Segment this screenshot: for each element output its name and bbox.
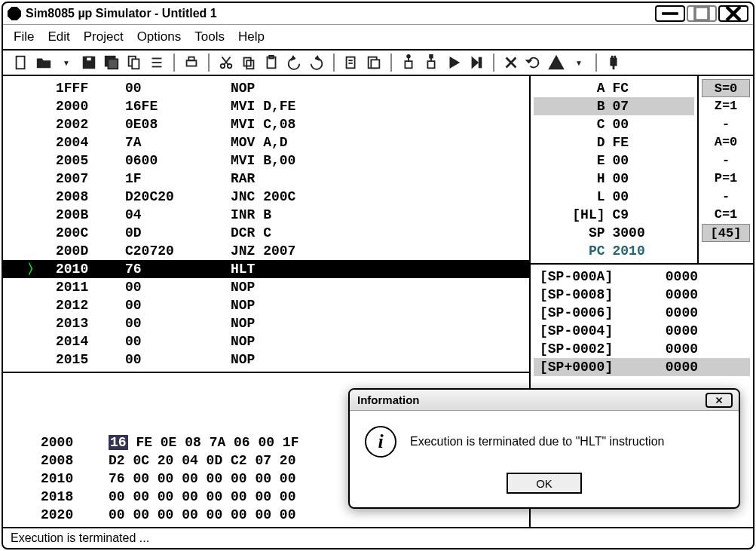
flag-cell: S=0 — [702, 79, 750, 97]
code-row[interactable]: 20050600MVI B,00 — [3, 152, 529, 170]
flag-cell: C=1 — [702, 206, 750, 224]
register-row-d[interactable]: DFE — [534, 133, 694, 152]
code-row[interactable]: 200C0DDCR C — [3, 224, 529, 242]
doc1-icon[interactable] — [342, 54, 360, 72]
paste-icon[interactable] — [262, 54, 280, 72]
stack-row[interactable]: [SP-000A]0000 — [534, 268, 750, 286]
svg-rect-36 — [611, 59, 616, 66]
register-row-l[interactable]: L00 — [534, 188, 694, 206]
stack-row[interactable]: [SP-0004]0000 — [534, 322, 750, 340]
register-row-b[interactable]: B07 — [534, 97, 694, 115]
code-row[interactable]: 2008D20C20JNC 200C — [3, 188, 529, 206]
registers-pane[interactable]: AFCB07C00DFEE00H00L00[HL]C9SP3000PC2010 — [531, 76, 699, 263]
code-row[interactable]: 200B04INR B — [3, 206, 529, 224]
refresh-icon[interactable] — [525, 54, 543, 72]
save-all-icon[interactable] — [103, 54, 121, 72]
register-row-sp[interactable]: SP3000 — [534, 224, 694, 242]
menu-file[interactable]: File — [14, 29, 34, 44]
doc2-icon[interactable] — [365, 54, 383, 72]
stack-row[interactable]: [SP-0002]0000 — [534, 340, 750, 358]
code-row[interactable]: 〉201076HLT — [3, 260, 529, 278]
flags-pane[interactable]: S=0Z=1-A=0-P=1-C=1[45] — [699, 76, 753, 263]
toolbar-separator — [390, 54, 392, 72]
register-row-e[interactable]: E00 — [534, 152, 694, 170]
open-file-icon[interactable] — [35, 54, 53, 72]
flag-cell: - — [702, 188, 750, 206]
code-row[interactable]: 201500NOP — [3, 350, 529, 369]
copy-icon[interactable] — [240, 54, 258, 72]
svg-rect-28 — [371, 60, 379, 68]
menubar: FileEditProjectOptionsToolsHelp — [3, 24, 753, 49]
svg-rect-15 — [188, 57, 194, 61]
step-icon[interactable] — [467, 54, 485, 72]
code-row[interactable]: 20020E08MVI C,08 — [3, 115, 529, 133]
cut-icon[interactable] — [217, 54, 235, 72]
svg-rect-8 — [108, 59, 118, 69]
new-file-icon[interactable] — [12, 54, 30, 72]
toolbar-separator — [333, 54, 335, 72]
menu-options[interactable]: Options — [137, 29, 182, 44]
menu-help[interactable]: Help — [238, 29, 265, 44]
code-row[interactable]: 20047AMOV A,D — [3, 133, 529, 152]
minimize-button[interactable] — [655, 5, 685, 22]
menu-edit[interactable]: Edit — [47, 29, 69, 44]
assemble-icon[interactable] — [399, 54, 418, 72]
register-row-c[interactable]: C00 — [534, 115, 694, 133]
run-to-icon[interactable] — [422, 54, 440, 72]
play-icon[interactable] — [445, 54, 463, 72]
code-row[interactable]: 20071FRAR — [3, 170, 529, 188]
register-row-a[interactable]: AFC — [534, 79, 694, 97]
titlebar: Sim8085 µp Simulator - Untitled 1 — [3, 3, 753, 24]
redo-icon[interactable] — [308, 54, 326, 72]
toolbar: ▼▼ — [3, 49, 753, 76]
flag-cell: Z=1 — [702, 97, 750, 115]
dropdown2-icon[interactable]: ▼ — [570, 54, 588, 72]
register-row-h[interactable]: H00 — [534, 170, 694, 188]
disassembly-pane[interactable]: 1FFF00NOP200016FEMVI D,FE20020E08MVI C,0… — [3, 76, 529, 372]
dialog-close-button[interactable] — [705, 393, 733, 408]
warning-icon[interactable] — [547, 54, 565, 72]
toolbar-separator — [173, 54, 175, 72]
svg-rect-1 — [695, 7, 709, 20]
stack-row[interactable]: [SP+0000]0000 — [534, 358, 750, 376]
svg-rect-33 — [479, 58, 482, 68]
maximize-button[interactable] — [687, 5, 717, 22]
svg-rect-21 — [246, 60, 253, 69]
toolbar-separator — [208, 54, 210, 72]
register-row-hl[interactable]: [HL]C9 — [534, 206, 694, 224]
dialog-message: Execution is terminated due to "HLT" ins… — [410, 435, 664, 448]
toolbar-separator — [493, 54, 494, 72]
undo-icon[interactable] — [285, 54, 303, 72]
flag-cell: - — [702, 152, 750, 170]
register-row-pc[interactable]: PC2010 — [534, 242, 694, 260]
code-row[interactable]: 200DC20720JNZ 2007 — [3, 242, 529, 260]
svg-rect-29 — [405, 61, 412, 68]
close-button[interactable] — [718, 5, 748, 22]
dropdown-icon[interactable]: ▼ — [57, 54, 75, 72]
plug-icon[interactable] — [604, 54, 623, 72]
code-row[interactable]: 201100NOP — [3, 278, 529, 296]
menu-tools[interactable]: Tools — [194, 29, 225, 44]
list-icon[interactable] — [148, 54, 166, 72]
svg-rect-20 — [244, 58, 251, 66]
code-row[interactable]: 1FFF00NOP — [3, 79, 529, 97]
code-row[interactable]: 201300NOP — [3, 314, 529, 332]
stack-row[interactable]: [SP-0006]0000 — [534, 304, 750, 322]
menu-project[interactable]: Project — [84, 29, 124, 44]
dialog-titlebar: Information — [350, 390, 739, 411]
svg-rect-4 — [17, 57, 25, 69]
save-icon[interactable] — [80, 54, 98, 72]
svg-rect-31 — [427, 61, 434, 68]
print-icon[interactable] — [182, 54, 200, 72]
stop-icon[interactable] — [502, 54, 520, 72]
ok-button[interactable]: OK — [507, 473, 582, 494]
flag-cell: P=1 — [702, 170, 750, 188]
copy-file-icon[interactable] — [125, 54, 143, 72]
code-row[interactable]: 201400NOP — [3, 332, 529, 350]
flag-cell: - — [702, 115, 750, 133]
svg-rect-6 — [86, 57, 91, 62]
svg-rect-10 — [132, 59, 139, 69]
code-row[interactable]: 201200NOP — [3, 296, 529, 314]
code-row[interactable]: 200016FEMVI D,FE — [3, 97, 529, 115]
stack-row[interactable]: [SP-0008]0000 — [534, 286, 750, 304]
